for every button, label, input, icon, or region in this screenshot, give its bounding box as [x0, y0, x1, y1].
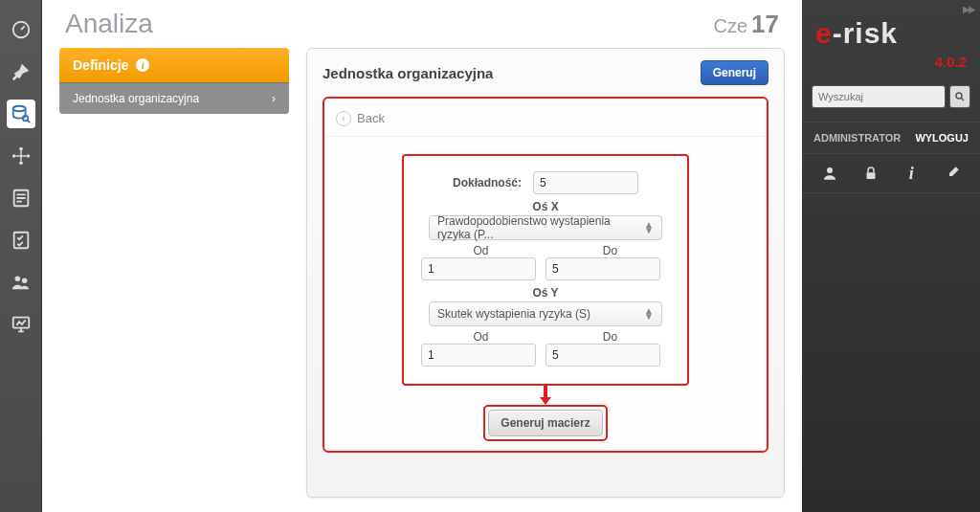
axis-x-heading: Oś X	[421, 200, 670, 213]
svg-point-6	[19, 147, 23, 151]
svg-rect-9	[13, 233, 28, 249]
chevron-right-icon: ›	[272, 92, 276, 105]
logout-link[interactable]: WYLOGUJ	[915, 132, 969, 144]
x-to-label: Do	[550, 244, 670, 257]
y-to-input[interactable]	[546, 344, 660, 367]
presentation-icon[interactable]	[7, 310, 35, 339]
username-label: ADMINISTRATOR	[813, 132, 901, 144]
pin-icon[interactable]	[7, 57, 35, 86]
main-panel: Jednostka organizacyjna Generuj ‹ Back D…	[306, 48, 785, 498]
select-caret-icon: ▲▼	[644, 308, 654, 320]
select-caret-icon: ▲▼	[644, 222, 654, 234]
user-row: ADMINISTRATOR WYLOGUJ	[802, 122, 980, 154]
date-month: Cze	[714, 15, 748, 37]
accuracy-input[interactable]	[533, 171, 638, 194]
x-to-input[interactable]	[546, 257, 660, 280]
form-icon[interactable]	[7, 184, 35, 212]
search-input[interactable]	[812, 85, 946, 108]
database-search-icon[interactable]	[7, 100, 35, 128]
logo-e: e	[815, 17, 833, 49]
dashboard-icon[interactable]	[7, 15, 35, 44]
nav-section-label: Definicje	[73, 57, 128, 73]
svg-point-7	[19, 162, 23, 166]
top-bar: Analiza Cze 17	[42, 0, 802, 48]
back-arrow-icon: ‹	[336, 111, 351, 126]
svg-point-4	[11, 154, 15, 158]
users-icon[interactable]	[7, 268, 35, 297]
svg-point-5	[26, 154, 30, 158]
nav-item-org-unit[interactable]: Jednostka organizacyjna ›	[59, 82, 289, 114]
tools-icon[interactable]	[943, 164, 962, 183]
svg-point-11	[21, 278, 26, 283]
right-sidebar: ▶▶ e-risk 4.0.2 ADMINISTRATOR WYLOGUJ i	[802, 0, 980, 512]
axis-y-select-value: Skutek wystapienia ryzyka (S)	[437, 307, 590, 321]
accuracy-label: Dokładność:	[453, 176, 522, 189]
axis-y-heading: Oś Y	[421, 286, 670, 300]
nodes-icon[interactable]	[7, 142, 35, 170]
matrix-form-highlighted: Dokładność: Oś X Prawdopodobienstwo wyst…	[402, 154, 689, 386]
generate-button[interactable]: Generuj	[701, 60, 768, 85]
axis-y-select[interactable]: Skutek wystapienia ryzyka (S) ▲▼	[429, 301, 662, 326]
generate-matrix-button[interactable]: Generuj macierz	[488, 410, 602, 436]
page-title: Analiza	[65, 9, 153, 39]
panel-header: Jednostka organizacyjna Generuj	[307, 49, 784, 97]
svg-point-3	[19, 154, 23, 158]
svg-point-13	[956, 93, 962, 99]
side-nav: Definicje i Jednostka organizacyjna ›	[59, 48, 289, 498]
date-day: 17	[751, 10, 779, 39]
generate-matrix-highlight: Generuj macierz	[483, 405, 607, 441]
svg-point-1	[12, 106, 25, 112]
x-from-input[interactable]	[421, 257, 536, 280]
app-logo: e-risk	[802, 0, 980, 54]
y-to-label: Do	[550, 330, 670, 344]
logo-rest: -risk	[833, 17, 898, 49]
search-button[interactable]	[949, 85, 970, 108]
collapse-icon[interactable]: ▶▶	[963, 4, 974, 14]
svg-rect-15	[866, 172, 875, 179]
checklist-icon[interactable]	[7, 226, 35, 255]
y-from-label: Od	[421, 330, 541, 344]
app-version: 4.0.2	[802, 54, 980, 79]
panel-title: Jednostka organizacyjna	[323, 65, 493, 81]
panel-body-highlighted: ‹ Back Dokładność: Oś X Prawdopodobienst…	[323, 97, 768, 453]
svg-point-14	[827, 167, 833, 173]
axis-x-select-value: Prawdopodobienstwo wystapienia ryzyka (P…	[437, 214, 644, 241]
back-button[interactable]: ‹ Back	[336, 111, 385, 126]
axis-x-select[interactable]: Prawdopodobienstwo wystapienia ryzyka (P…	[429, 215, 662, 240]
y-from-input[interactable]	[421, 344, 536, 367]
left-icon-rail	[0, 0, 42, 512]
main-area: Analiza Cze 17 Definicje i Jednostka org…	[42, 0, 802, 512]
nav-item-label: Jednostka organizacyjna	[73, 92, 199, 105]
x-from-label: Od	[421, 244, 541, 257]
date-display: Cze 17	[714, 10, 780, 39]
svg-point-10	[14, 277, 19, 282]
search-bar	[812, 85, 970, 108]
profile-icon[interactable]	[820, 164, 839, 183]
red-arrow-icon	[537, 386, 554, 407]
nav-section-definitions[interactable]: Definicje i	[59, 48, 289, 82]
back-label: Back	[357, 111, 385, 125]
info-icon: i	[136, 58, 149, 72]
utility-icon-row: i	[802, 154, 980, 193]
svg-point-2	[22, 116, 28, 122]
lock-icon[interactable]	[861, 164, 880, 183]
info-icon[interactable]: i	[902, 164, 921, 183]
